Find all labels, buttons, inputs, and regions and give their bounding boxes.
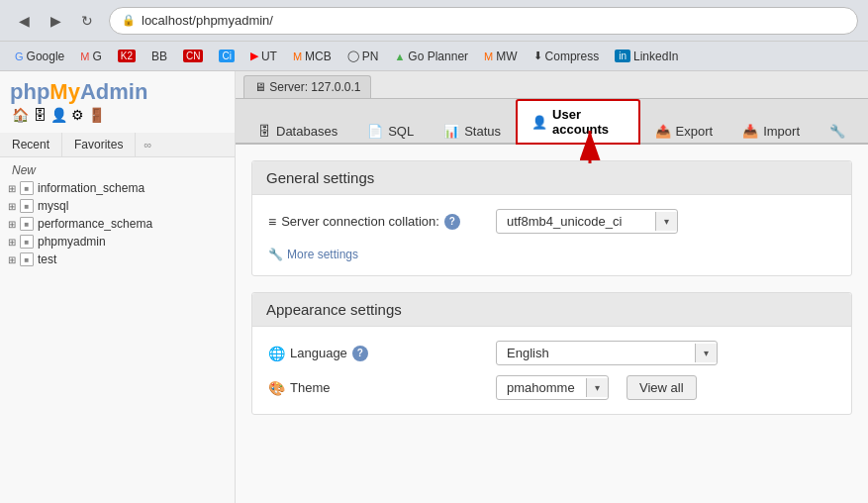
url-text: localhost/phpmyadmin/ (142, 13, 273, 28)
tab-status[interactable]: 📊 Status (429, 117, 516, 145)
bookmark-yt[interactable]: ▶ UT (243, 48, 284, 65)
theme-row: 🎨 Theme pmahomme ▾ View all (268, 375, 835, 400)
logo-admin: Admin (80, 79, 147, 104)
theme-icon: 🎨 (268, 380, 285, 396)
bookmark-gmail[interactable]: M G (73, 48, 109, 65)
collation-select[interactable]: utf8mb4_unicode_ci ▾ (496, 209, 678, 234)
server-icon: 🖥 (254, 80, 266, 94)
tree-expander: ⊞ (8, 183, 16, 194)
home-icon[interactable]: 🏠 (12, 107, 29, 123)
language-dropdown-arrow[interactable]: ▾ (695, 344, 717, 362)
collation-icon: ≡ (268, 214, 276, 230)
tree-item-mysql[interactable]: ⊞ ■ mysql (0, 197, 235, 215)
theme-label: 🎨 Theme (268, 380, 486, 396)
ci-icon: Ci (219, 50, 234, 62)
collation-label-text: Server connection collation: (281, 214, 439, 229)
db-icon-phpmyadmin: ■ (20, 235, 34, 249)
settings-icon[interactable]: ⚙ (71, 107, 84, 123)
tab-databases[interactable]: 🗄 Databases (243, 117, 352, 145)
pn-icon: ◯ (347, 50, 359, 62)
tab-user-accounts[interactable]: 👤 User accounts (516, 99, 640, 145)
main-content: General settings ≡ Server connection col… (236, 145, 868, 503)
mcb-icon: M (293, 50, 302, 62)
bookmark-k2[interactable]: K2 (111, 48, 143, 64)
settings-tab-icon: 🔧 (829, 124, 845, 139)
bookmarks-bar: G Google M G K2 BB CN Ci ▶ UT M MCB ◯ PN… (0, 42, 868, 71)
gmail-icon: M (80, 50, 89, 62)
bookmark-mw[interactable]: M MW (477, 48, 525, 65)
language-select[interactable]: English ▾ (496, 341, 718, 365)
linkedin-label: LinkedIn (633, 50, 678, 63)
mw-label: MW (496, 50, 517, 63)
theme-select[interactable]: pmahomme ▾ (496, 375, 609, 400)
tree-item-label: performance_schema (38, 217, 152, 231)
tree-item-performance-schema[interactable]: ⊞ ■ performance_schema (0, 215, 235, 233)
address-bar[interactable]: 🔒 localhost/phpmyadmin/ (109, 7, 858, 35)
bookmark-compress[interactable]: ⬇ Compress (527, 48, 607, 65)
tree-item-label: New (12, 163, 36, 177)
bookmark-mcb[interactable]: M MCB (286, 48, 338, 65)
tab-sql[interactable]: 📄 SQL (352, 117, 429, 145)
bookmark-bb[interactable]: BB (145, 48, 174, 65)
tab-user-accounts-label: User accounts (552, 107, 625, 137)
logout-icon[interactable]: 🚪 (88, 107, 105, 123)
server-label-text: Server: 127.0.0.1 (269, 80, 360, 94)
nav-tabs-container: 🗄 Databases 📄 SQL 📊 Status 👤 User accoun… (236, 99, 868, 145)
language-info-icon[interactable]: ? (352, 346, 368, 361)
theme-value: pmahomme (497, 376, 586, 399)
tree-item-label: mysql (38, 199, 68, 213)
language-label-text: Language (290, 346, 347, 360)
tab-export[interactable]: 📤 Export (640, 117, 728, 145)
refresh-button[interactable]: ↻ (73, 7, 101, 35)
more-settings-link[interactable]: 🔧 More settings (268, 244, 358, 261)
browser-chrome: ◀ ▶ ↻ 🔒 localhost/phpmyadmin/ (0, 0, 868, 42)
user-icon[interactable]: 👤 (50, 107, 67, 123)
view-all-button[interactable]: View all (627, 375, 697, 400)
tree-expander: ⊞ (8, 254, 16, 265)
general-settings-header: General settings (252, 161, 851, 195)
pma-icons: 🏠 🗄 👤 ⚙ 🚪 (10, 105, 225, 129)
tree-expander: ⊞ (8, 237, 16, 248)
collation-dropdown-arrow[interactable]: ▾ (655, 212, 677, 231)
bookmark-google[interactable]: G Google (8, 48, 71, 65)
bookmark-ci[interactable]: Ci (212, 48, 241, 64)
db-icon-information-schema: ■ (20, 181, 34, 195)
sidebar: phpMyAdmin 🏠 🗄 👤 ⚙ 🚪 Recent Favorites ∞ … (0, 71, 236, 503)
tab-settings[interactable]: 🔧 (815, 117, 860, 145)
collation-value: utf8mb4_unicode_ci (497, 210, 655, 233)
sidebar-tab-recent[interactable]: Recent (0, 133, 62, 156)
logo-my: My (49, 79, 80, 104)
collation-label: ≡ Server connection collation: ? (268, 214, 486, 230)
tree-item-new[interactable]: New (0, 161, 235, 179)
collation-info-icon[interactable]: ? (444, 214, 460, 230)
pn-label: PN (362, 50, 379, 63)
db-icon[interactable]: 🗄 (33, 107, 47, 123)
general-settings-body: ≡ Server connection collation: ? utf8mb4… (252, 195, 851, 275)
pma-logo: phpMyAdmin 🏠 🗄 👤 ⚙ 🚪 (0, 71, 235, 133)
tree-item-phpmyadmin[interactable]: ⊞ ■ phpmyadmin (0, 233, 235, 251)
bookmark-linkedin[interactable]: in LinkedIn (608, 48, 685, 65)
tree-item-label: test (38, 252, 56, 266)
sql-tab-icon: 📄 (367, 124, 383, 139)
more-settings-row: 🔧 More settings (268, 244, 835, 261)
logo-php: php (10, 79, 49, 104)
google-icon: G (15, 50, 24, 62)
bookmark-cn[interactable]: CN (176, 48, 210, 64)
tree-item-information-schema[interactable]: ⊞ ■ information_schema (0, 179, 235, 197)
tab-import[interactable]: 📥 Import (727, 117, 815, 145)
sidebar-tab-favorites[interactable]: Favorites (62, 133, 136, 156)
mcb-label: MCB (305, 50, 332, 63)
databases-tab-icon: 🗄 (258, 124, 271, 139)
bookmark-goplanner[interactable]: ▲ Go Planner (387, 48, 475, 65)
back-button[interactable]: ◀ (10, 7, 38, 35)
compress-icon: ⬇ (533, 50, 542, 62)
tree-item-test[interactable]: ⊞ ■ test (0, 251, 235, 268)
bookmark-pn[interactable]: ◯ PN (340, 48, 386, 65)
forward-button[interactable]: ▶ (42, 7, 69, 35)
theme-dropdown-arrow[interactable]: ▾ (586, 378, 608, 397)
tab-status-label: Status (464, 124, 501, 139)
nav-tabs: 🗄 Databases 📄 SQL 📊 Status 👤 User accoun… (236, 99, 868, 145)
yt-icon: ▶ (250, 50, 258, 62)
tree-item-label: information_schema (38, 181, 145, 195)
link-icon[interactable]: ∞ (144, 139, 151, 151)
